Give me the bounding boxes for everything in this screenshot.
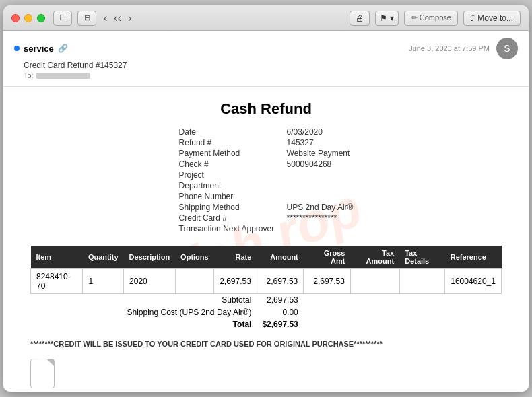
info-label-phone: Phone Number — [179, 192, 273, 201]
receipt-info: Date 6/03/2020 Refund # 145327 Payment M… — [30, 127, 502, 235]
email-date: June 3, 2020 at 7:59 PM — [409, 44, 490, 52]
credit-notice: ********CREDIT WILL BE ISSUED TO YOUR CR… — [30, 340, 502, 348]
total-value: $2,697.53 — [257, 318, 303, 330]
info-label-check: Check # — [179, 159, 273, 169]
cell-options — [175, 269, 214, 294]
to-address — [36, 73, 90, 79]
titlebar: ☐ ⊟ ‹ ‹‹ › 🖨 ⚑ ▾ ✏ Compose ⤴ Move to... — [3, 5, 529, 31]
forward-button[interactable]: › — [126, 12, 133, 24]
unread-indicator — [14, 46, 20, 51]
email-subject: Credit Card Refund #145327 — [24, 61, 518, 70]
email-body: fish.rop Cash Refund Date 6/03/2020 Refu… — [3, 87, 529, 392]
traffic-lights — [11, 14, 45, 22]
receipt-title: Cash Refund — [30, 100, 502, 118]
info-value-refund: 145327 — [287, 138, 314, 147]
info-row-check: Check # 5000904268 — [179, 159, 354, 169]
cell-amount: 2,697.53 — [257, 269, 303, 294]
table-header-row: Item Quantity Description Options Rate A… — [31, 246, 502, 269]
info-label-payment-method: Payment Method — [179, 149, 273, 158]
sender-row: service 🔗 June 3, 2020 at 7:59 PM S — [14, 38, 518, 59]
mail-window: ☐ ⊟ ‹ ‹‹ › 🖨 ⚑ ▾ ✏ Compose ⤴ Move to... — [3, 5, 529, 392]
subtotal-label: Subtotal — [31, 294, 257, 307]
moveto-button[interactable]: ⤴ Move to... — [463, 11, 521, 26]
sender-left: service 🔗 — [14, 44, 68, 54]
shipping-spacer — [304, 306, 502, 318]
info-row-approver: Transaction Next Approver — [179, 224, 354, 233]
col-options: Options — [175, 246, 214, 269]
info-row-shipping-method: Shipping Method UPS 2nd Day Air® — [179, 203, 354, 212]
to-label: To: — [24, 71, 34, 79]
flag-chevron: ▾ — [390, 13, 394, 23]
info-value-date: 6/03/2020 — [287, 127, 323, 137]
maximize-button[interactable] — [37, 14, 45, 22]
receipt: Cash Refund Date 6/03/2020 Refund # 1453… — [30, 100, 502, 392]
items-table: Item Quantity Description Options Rate A… — [30, 246, 502, 330]
sender-name: service — [24, 44, 54, 54]
cell-quantity: 1 — [83, 269, 124, 294]
cell-rate: 2,697.53 — [214, 269, 257, 294]
info-row-date: Date 6/03/2020 — [179, 127, 354, 137]
avatar: S — [496, 38, 518, 59]
info-row-credit-card: Credit Card # **************** — [179, 213, 354, 223]
info-row-project: Project — [179, 170, 354, 180]
shipping-value: 0.00 — [257, 306, 303, 318]
cell-tax-details — [399, 269, 445, 294]
col-item: Item — [31, 246, 83, 269]
info-row-phone: Phone Number — [179, 192, 354, 201]
info-row-payment-method: Payment Method Website Payment — [179, 149, 354, 158]
info-row-department: Department — [179, 181, 354, 190]
attachment[interactable]: Payment_Information_R...7.xlsm — [30, 359, 502, 392]
info-label-approver: Transaction Next Approver — [179, 224, 275, 233]
double-back-button[interactable]: ‹‹ — [112, 12, 123, 24]
total-label: Total — [31, 318, 257, 330]
cell-reference: 16004620_1 — [445, 269, 502, 294]
cell-item: 8248410-70 — [31, 269, 83, 294]
file-icon — [30, 359, 55, 388]
table-header: Item Quantity Description Options Rate A… — [31, 246, 502, 269]
print-icon: 🖨 — [356, 13, 364, 23]
compose-button[interactable]: ✏ Compose — [404, 11, 458, 26]
info-value-credit-card: **************** — [287, 213, 337, 223]
info-label-date: Date — [179, 127, 273, 137]
info-value-check: 5000904268 — [287, 159, 332, 169]
to-line: To: — [24, 71, 518, 79]
toolbar-archive-group: ☐ ⊟ — [53, 11, 96, 26]
info-label-credit-card: Credit Card # — [179, 213, 273, 223]
moveto-label: Move to... — [477, 13, 513, 23]
total-row: Total $2,697.53 — [31, 318, 502, 330]
moveto-icon: ⤴ — [471, 13, 475, 23]
cell-description: 2020 — [124, 269, 176, 294]
delete-icon[interactable]: ⊟ — [77, 11, 96, 26]
total-spacer — [304, 318, 502, 330]
flag-button[interactable]: ⚑ ▾ — [375, 11, 399, 26]
info-table: Date 6/03/2020 Refund # 145327 Payment M… — [179, 127, 354, 235]
print-button[interactable]: 🖨 — [350, 11, 370, 26]
info-label-project: Project — [179, 170, 273, 180]
col-tax-amount: Tax Amount — [350, 246, 399, 269]
minimize-button[interactable] — [24, 14, 32, 22]
attachment-name: Payment_Information_R...7.xlsm — [30, 391, 71, 392]
info-label-department: Department — [179, 181, 273, 190]
table-body: 8248410-70 1 2020 2,697.53 2,697.53 2,69… — [31, 269, 502, 331]
subtotal-spacer — [304, 294, 502, 307]
cell-gross-amt: 2,697.53 — [304, 269, 351, 294]
subtotal-value: 2,697.53 — [257, 294, 303, 307]
col-rate: Rate — [214, 246, 257, 269]
email-header: service 🔗 June 3, 2020 at 7:59 PM S Cred… — [3, 31, 529, 87]
subtotal-row: Subtotal 2,697.53 — [31, 294, 502, 307]
back-button[interactable]: ‹ — [102, 12, 109, 24]
link-icon: 🔗 — [58, 44, 68, 53]
info-label-shipping-method: Shipping Method — [179, 203, 273, 212]
close-button[interactable] — [11, 14, 20, 22]
info-value-payment-method: Website Payment — [287, 149, 350, 158]
shipping-label: Shipping Cost (UPS 2nd Day Air®) — [31, 306, 257, 318]
col-gross-amt: Gross Amt — [304, 246, 351, 269]
nav-buttons: ‹ ‹‹ › — [102, 12, 133, 24]
info-row-refund: Refund # 145327 — [179, 138, 354, 147]
col-tax-details: Tax Details — [399, 246, 445, 269]
flag-icon: ⚑ — [380, 13, 387, 23]
col-amount: Amount — [257, 246, 303, 269]
shipping-row: Shipping Cost (UPS 2nd Day Air®) 0.00 — [31, 306, 502, 318]
archive-icon[interactable]: ☐ — [53, 11, 72, 26]
col-quantity: Quantity — [83, 246, 124, 269]
